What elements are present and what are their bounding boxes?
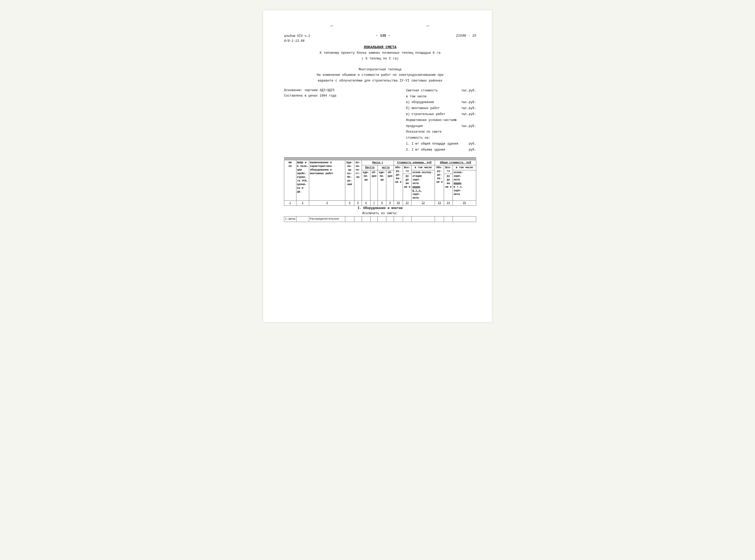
th-montazh-unit-vsego: Все-го: [403, 165, 411, 174]
header-row: альбом XIV ч.2 8/0-1-13.86 - 135 - 21598…: [284, 34, 476, 44]
cost-unit-3: тыс.руб.: [461, 112, 476, 117]
cost-item-1: а) оборудование: [406, 99, 434, 105]
row1-unit: [345, 217, 354, 222]
th-brutto-unit: еди-ни-цы: [362, 170, 370, 200]
col-n-13: I3: [435, 200, 444, 205]
col-n-4: 4: [345, 200, 354, 205]
th-montazh-unit-detail: в том числе: [411, 165, 435, 170]
col-n-14: I4: [444, 200, 453, 205]
row1-num: I.Цена: [284, 217, 296, 222]
col-n-8: 8: [378, 200, 386, 205]
basis-section: Основание: чертежи ЭДI+ЭДI5 Составлена в…: [284, 88, 476, 153]
cost-item-9: 2. I м³ объема здания: [406, 147, 445, 153]
main-title: ЛОКАЛЬНАЯ СМЕТА: [284, 45, 476, 49]
cost-item-3: в) строительных работ: [406, 112, 445, 117]
cost-item-0: в том числе: [406, 94, 427, 100]
th-montazh-total-detail: в том числе: [453, 165, 476, 170]
prices-label: Составлена в ценах 1984 года: [284, 93, 336, 99]
row1-total-obe: [435, 217, 444, 222]
page-number: - 135 -: [310, 34, 456, 38]
col-n-1: 1: [284, 200, 296, 205]
cost-row-3: в) строительных работ тыс.руб.: [406, 112, 476, 117]
project-desc-2: ( 6 теплиц по I га): [284, 56, 476, 62]
album-info: альбом XIV ч.2 8/0-1-13.86: [284, 34, 310, 44]
cost-unit-2: тыс.руб.: [461, 105, 476, 112]
th-netto-unit: еди-ни-цы: [378, 170, 386, 200]
row1-brutto-total: [370, 217, 378, 222]
cost-row-8: 1. I м² общей площади здания руб.: [406, 141, 476, 147]
col-n-7: 7: [370, 200, 378, 205]
section-1-title: I. Оборудование и монтаж: [284, 205, 476, 211]
main-table-section: №№пп Шифр и№ пози-циипрейс-куран-та УСН,…: [284, 158, 476, 222]
th-brutto: брутто: [362, 165, 378, 170]
row1-netto-unit: [378, 217, 386, 222]
th-cost-unit: Стоимость единицы, руб: [394, 160, 435, 165]
cost-item-8: 1. I м² общей площади здания: [406, 141, 459, 147]
th-obe-total: Обо-ру-до-ва-ни я: [435, 165, 444, 200]
cost-item-7: стоимость на:: [406, 135, 430, 141]
th-montazh-unit-osnovn: основ-эксплу-атациизарп-латымашинв т.ч.з…: [411, 170, 435, 200]
cost-row-2: б) монтажных работ тыс.руб.: [406, 105, 476, 112]
cost-unit-1: тыс.руб.: [461, 99, 476, 105]
th-mass: Масса,т: [362, 160, 393, 165]
exclude-label: Исключить из сметы:: [284, 211, 476, 216]
cost-unit-8: руб.: [469, 141, 476, 147]
change-desc-1: На изменение объемов и стоимости работ п…: [284, 73, 476, 78]
th-name: Наименование ихарактеристикаоборудования…: [309, 160, 345, 200]
basis-label: Основание: чертежи ЭДI+ЭДI5: [284, 88, 336, 94]
cost-unit-9: руб.: [469, 147, 476, 153]
row1-qty: [354, 217, 362, 222]
th-brutto-total: об-щая: [370, 170, 378, 200]
row1-montazh-vsego: [403, 217, 411, 222]
th-montazh-total-osnovn: основ-зарп-латымашинв т.ч.зарп-латы: [453, 170, 476, 200]
col-n-5: 5: [354, 200, 362, 205]
th-montazh-total-vsego: Все-го: [444, 165, 453, 174]
corner-mark-left: ⌐: [331, 23, 334, 28]
table-header-row-1: №№пп Шифр и№ пози-циипрейс-куран-та УСН,…: [284, 160, 476, 165]
row1-code: [296, 217, 309, 222]
subtitle-block: К типовому проекту блока зимних почвенны…: [284, 51, 476, 84]
document-number: 21598 - 15: [456, 34, 476, 38]
th-num: №№пп: [284, 160, 296, 200]
col-n-6: 6: [362, 200, 370, 205]
th-netto: нетто: [378, 165, 394, 170]
change-desc-2: варианте с облучателями для строительств…: [284, 78, 476, 84]
cost-item-4: Нормативная условно-чистая№: [406, 117, 457, 123]
cost-title: Сметная стоимость: [406, 88, 438, 94]
th-qty: Ко-ли-че-ст-во: [354, 160, 362, 200]
th-code: Шифр и№ пози-циипрейс-куран-та УСН,ценни…: [296, 160, 309, 200]
th-obe-unit: Обо-ру-до-ва-ни я: [394, 165, 403, 200]
th-cost-total: Общая стоимость, руб: [435, 160, 476, 165]
col-n-15: I5: [453, 200, 476, 205]
cost-row-9: 2. I м³ объема здания руб.: [406, 147, 476, 153]
col-n-9: 9: [386, 200, 394, 205]
row1-name: Распределительное: [309, 217, 345, 222]
cost-unit-5: тыс.руб.: [461, 123, 476, 129]
col-n-12: I2: [411, 200, 435, 205]
document-page: ⌐ ⌐ альбом XIV ч.2 8/0-1-13.86 - 135 - 2…: [263, 11, 492, 322]
col-n-11: II: [403, 200, 411, 205]
basis-left: Основание: чертежи ЭДI+ЭДI5 Составлена в…: [284, 88, 336, 153]
cost-item-2: б) монтажных работ: [406, 105, 440, 112]
section-header-row: I. Оборудование и монтаж: [284, 205, 476, 211]
cost-row-title: Сметная стоимость тыс.руб.: [406, 88, 476, 94]
column-numbers-row: 1 2 3 4 5 6 7 8 9 IO II I2 I3 I4 I5: [284, 200, 476, 205]
cost-row-1: а) оборудование тыс.руб.: [406, 99, 476, 105]
corner-mark-right: ⌐: [427, 23, 430, 28]
main-table: №№пп Шифр и№ пози-циипрейс-куран-та УСН,…: [284, 160, 476, 222]
cost-row-0: в том числе: [406, 94, 476, 100]
row1-obe-unit: [394, 217, 403, 222]
col-n-10: IO: [394, 200, 403, 205]
row1-brutto-unit: [362, 217, 370, 222]
row1-montazh-detail: [411, 217, 435, 222]
cost-section: Сметная стоимость тыс.руб. в том числе а…: [406, 88, 476, 153]
row1-netto-total: [386, 217, 394, 222]
col-n-3: 3: [309, 200, 345, 205]
corner-marks: ⌐ ⌐: [284, 23, 476, 28]
cost-item-6: Показатели по смете: [406, 129, 442, 135]
th-netto-total: об-щая: [386, 170, 394, 200]
cost-row-6: Показатели по смете: [406, 129, 476, 135]
table-row-1: I.Цена Распределительное: [284, 217, 476, 222]
row1-total-detail: [453, 217, 476, 222]
building-type: Многопролетная теплица: [284, 67, 476, 73]
